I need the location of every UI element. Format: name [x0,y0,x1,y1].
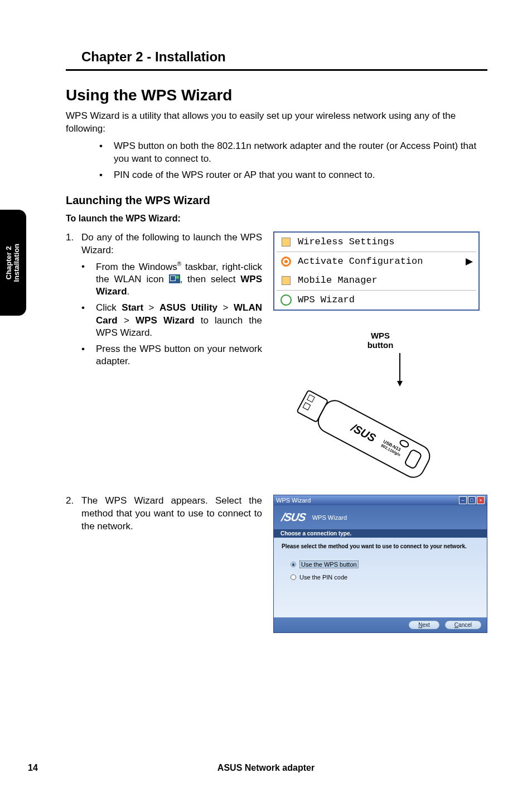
step-2-number: 2. [66,495,74,508]
wizard-body: Please select the method you want to use… [274,538,487,617]
asus-logo: /SUS [280,511,307,524]
wizard-footer: Next Cancel [274,617,487,632]
header-divider [66,69,487,71]
ctx-mobile-manager[interactable]: Mobile Manager [274,271,478,290]
wizard-prompt: Please select the method you want to use… [282,543,479,549]
subsection-title: Launching the WPS Wizard [66,194,487,207]
adapter-illustration: WPS button /SUS USB-N13 8 [273,331,487,484]
wizard-subtitle-strip: Choose a connection type. [274,529,487,538]
minimize-icon[interactable]: – [459,496,467,504]
maximize-icon[interactable]: □ [468,496,476,504]
radio-unselected-icon [291,574,296,580]
side-chapter-tab: Chapter 2 Installation [0,210,26,316]
intro-paragraph: WPS Wizard is a utility that allows you … [66,110,487,136]
ctx-wps-wizard[interactable]: WPS Wizard [274,291,478,310]
step-2: 2. The WPS Wizard appears. Select the me… [66,495,262,533]
radio-selected-icon [291,562,296,567]
chapter-header: Chapter 2 - Installation [81,49,487,65]
wps-button-label-2: button [367,340,394,350]
footer-title: ASUS Network adapter [66,763,466,773]
wizard-titlebar: WPS Wizard – □ × [274,495,487,505]
wizard-brand-title: WPS Wizard [312,514,347,521]
step-1: 1. Do any of the following to launch the… [66,231,262,257]
close-icon[interactable]: × [477,496,485,504]
step-1-sub-3: Press the WPS button on your network ada… [81,343,262,368]
window-title: WPS Wizard [276,497,311,504]
option-use-pin-code[interactable]: Use the PIN code [291,574,479,581]
top-bullet-2: PIN code of the WPS router or AP that yo… [99,169,487,182]
procedure-title: To launch the WPS Wizard: [66,214,487,224]
svg-marker-1 [397,381,403,386]
card-icon [280,274,292,287]
option-use-wps-button[interactable]: Use the WPS button [291,561,479,568]
side-tab-line2: Installation [13,244,21,282]
cancel-button[interactable]: Cancel [445,621,481,629]
step-1-sub-2: Click Start > ASUS Utility > WLAN Card >… [81,302,262,340]
context-menu: Wireless Settings Activate Configuration… [273,231,480,311]
side-tab-line1: Chapter 2 [4,246,13,279]
page-number: 14 [0,763,66,773]
wlan-tray-icon [169,274,180,283]
card-icon [280,236,292,248]
step-1-text: Do any of the following to launch the WP… [81,232,262,255]
step-1-sub-1: From the Windows® taskbar, right-click t… [81,260,262,298]
step-2-text: The WPS Wizard appears. Select the metho… [81,495,262,532]
usb-adapter-icon: /SUS USB-N13 802.11b/g/n [283,353,478,481]
ctx-wireless-settings[interactable]: Wireless Settings [274,233,478,252]
ctx-activate-config[interactable]: Activate Configuration ▶ [274,252,478,271]
wps-wizard-window: WPS Wizard – □ × /SUS WPS Wizard Choose … [273,495,487,633]
top-bullet-1: WPS button on both the 802.11n network a… [99,140,487,166]
next-button[interactable]: Next [409,621,439,629]
wizard-brand-bar: /SUS WPS Wizard [274,505,487,529]
wps-button-label-1: WPS [371,331,390,340]
page-footer: 14 ASUS Network adapter [0,763,532,773]
section-title: Using the WPS Wizard [66,86,487,104]
submenu-arrow-icon: ▶ [466,255,473,267]
step-1-number: 1. [66,231,74,244]
target-icon [280,255,292,268]
wps-icon [280,294,292,306]
